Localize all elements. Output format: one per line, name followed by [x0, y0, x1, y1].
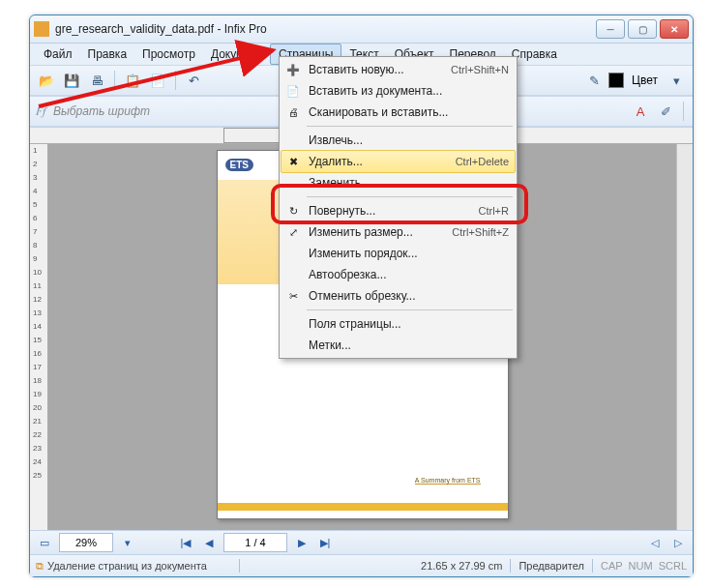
page-footer-bar: [218, 503, 508, 511]
window-title: gre_research_validity_data.pdf - Infix P…: [55, 22, 596, 36]
menu-item-label: Отменить обрезку...: [309, 289, 415, 303]
menu-item-icon: ➕: [285, 62, 301, 77]
menu-item[interactable]: 📄Вставить из документа...: [281, 80, 515, 102]
color-label: Цвет: [632, 74, 658, 87]
vertical-scrollbar[interactable]: [676, 144, 693, 530]
open-icon[interactable]: 📂: [36, 70, 57, 91]
toolbar-sep: [175, 71, 176, 90]
menu-document[interactable]: Документ: [203, 44, 270, 64]
vertical-ruler: 123 456 789 101112 131415 161718 192021 …: [30, 144, 48, 530]
status-num: NUM: [629, 560, 653, 572]
menu-item-label: Удалить...: [309, 155, 363, 168]
print-icon[interactable]: 🖶: [86, 70, 107, 91]
undo-icon[interactable]: ↶: [183, 70, 204, 91]
menu-item-label: Вставить из документа...: [309, 84, 442, 98]
menu-item-icon: ✖: [285, 154, 301, 169]
last-page-icon[interactable]: ▶|: [316, 534, 334, 551]
nav-fwd-icon[interactable]: ▷: [669, 534, 687, 551]
menu-item[interactable]: Извлечь...: [281, 130, 515, 151]
menu-item-shortcut: Ctrl+Shift+Z: [452, 226, 509, 238]
text-color-icon[interactable]: A: [630, 101, 651, 122]
menu-item-shortcut: Ctrl+R: [479, 205, 509, 217]
save-icon[interactable]: 💾: [61, 70, 82, 91]
toolbar-sep: [683, 102, 684, 121]
zoom-dropdown-icon[interactable]: ▾: [119, 534, 136, 551]
menu-item[interactable]: ⤢Изменить размер...Ctrl+Shift+Z: [281, 221, 515, 243]
font-picker[interactable]: Выбрать шрифт: [53, 104, 150, 118]
menu-edit[interactable]: Правка: [80, 44, 135, 64]
menu-item-shortcut: Ctrl+Shift+N: [451, 64, 509, 75]
menu-item-label: Метки...: [309, 338, 351, 352]
menu-item-label: Автообрезка...: [309, 268, 386, 281]
menu-item[interactable]: 🖨Сканировать и вставить...: [281, 102, 515, 123]
menu-item-icon: ⤢: [285, 224, 301, 240]
status-scrl: SCRL: [659, 560, 687, 572]
menu-item-label: Вставить новую...: [309, 63, 404, 76]
prev-page-icon[interactable]: ◀: [200, 534, 218, 551]
font-glyph-icon: 𝐹𝑓: [36, 104, 45, 118]
toolbar-sep: [114, 71, 115, 90]
copy-icon[interactable]: 📋: [122, 70, 143, 91]
app-icon: [34, 21, 49, 37]
nav-back-icon[interactable]: ◁: [646, 534, 664, 551]
minimize-button[interactable]: ─: [596, 19, 625, 39]
menu-item-label: Заменить...: [309, 176, 370, 190]
menu-view[interactable]: Просмотр: [134, 44, 203, 64]
first-page-icon[interactable]: |◀: [177, 534, 194, 551]
close-button[interactable]: ✕: [660, 19, 689, 39]
color-dropdown-icon[interactable]: ▾: [666, 70, 687, 91]
page-summary-text: A Summary from ETS: [415, 477, 481, 485]
menu-item[interactable]: Поля страницы...: [281, 313, 515, 335]
menu-item[interactable]: ✖Удалить...Ctrl+Delete: [281, 150, 516, 173]
menu-item-icon: 📄: [285, 83, 301, 99]
status-cap: CAP: [601, 560, 623, 572]
status-bar: ⧉ Удаление страниц из документа 21.65 x …: [30, 554, 693, 576]
menu-item[interactable]: Метки...: [281, 335, 515, 356]
menu-item[interactable]: Изменить порядок...: [281, 243, 515, 264]
page-nav-bar: ▭ ▾ |◀ ◀ ▶ ▶| ◁ ▷: [30, 530, 693, 554]
ets-logo: ETS: [225, 159, 253, 171]
next-page-icon[interactable]: ▶: [293, 534, 311, 551]
titlebar: gre_research_validity_data.pdf - Infix P…: [30, 15, 693, 44]
menu-item-label: Изменить размер...: [309, 225, 413, 239]
dropper-icon[interactable]: ✎: [583, 70, 605, 91]
menu-item-label: Сканировать и вставить...: [309, 105, 448, 119]
menu-item-label: Изменить порядок...: [309, 247, 418, 260]
maximize-button[interactable]: ▢: [628, 19, 657, 39]
menu-separator: [307, 126, 513, 127]
menu-item[interactable]: Заменить...: [281, 172, 515, 193]
menu-item-label: Повернуть...: [309, 204, 375, 218]
page-number-input[interactable]: [223, 533, 287, 552]
status-preview[interactable]: Предварител: [518, 560, 584, 572]
pages-dropdown-menu: ➕Вставить новую...Ctrl+Shift+N📄Вставить …: [279, 56, 518, 359]
menu-item-icon: ✂: [285, 288, 301, 304]
window-buttons: ─ ▢ ✕: [596, 19, 689, 39]
menu-separator: [307, 196, 513, 197]
paste-icon[interactable]: 📄: [147, 70, 168, 91]
menu-file[interactable]: Файл: [36, 44, 80, 64]
menu-item[interactable]: ✂Отменить обрезку...: [281, 285, 515, 307]
menu-item[interactable]: Автообрезка...: [281, 264, 515, 285]
menu-item[interactable]: ➕Вставить новую...Ctrl+Shift+N: [281, 59, 515, 80]
menu-separator: [307, 309, 513, 310]
menu-item-label: Поля страницы...: [309, 317, 401, 331]
highlight-icon[interactable]: ✐: [655, 101, 676, 122]
menu-item-shortcut: Ctrl+Delete: [456, 156, 509, 167]
menu-item[interactable]: ↻Повернуть...Ctrl+R: [281, 200, 515, 221]
menu-item-label: Извлечь...: [309, 133, 363, 147]
menu-item-icon: 🖨: [285, 104, 301, 120]
menu-item-icon: ↻: [285, 203, 301, 219]
zoom-input[interactable]: [59, 533, 113, 552]
color-swatch[interactable]: [608, 73, 624, 88]
zoom-out-icon[interactable]: ▭: [36, 534, 53, 551]
status-message: Удаление страниц из документа: [47, 560, 231, 572]
status-icon: ⧉: [36, 560, 44, 573]
status-dimensions: 21.65 x 27.99 cm: [421, 560, 502, 572]
